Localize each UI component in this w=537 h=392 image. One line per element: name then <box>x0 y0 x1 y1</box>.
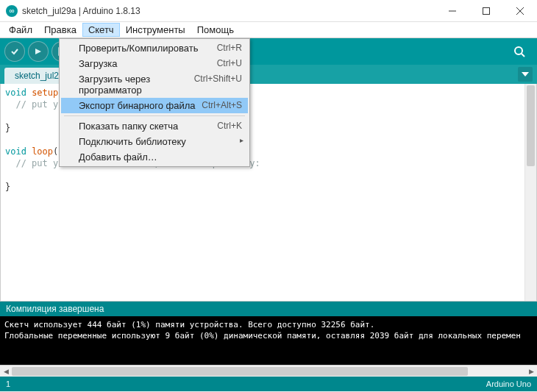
minimize-button[interactable] <box>435 0 469 22</box>
editor-vertical-scrollbar[interactable] <box>524 84 536 301</box>
menu-sketch[interactable]: Скетч <box>82 23 120 37</box>
verify-button[interactable] <box>4 41 25 62</box>
menu-upload-programmer[interactable]: Загрузить через программаторCtrl+Shift+U <box>61 71 248 98</box>
title-bar: sketch_jul29a | Arduino 1.8.13 <box>0 0 537 22</box>
code-function: loop <box>32 146 53 157</box>
upload-button[interactable] <box>28 41 49 62</box>
menu-bar: Файл Правка Скетч Инструменты Помощь <box>0 22 537 38</box>
scroll-right-button[interactable]: ▶ <box>525 366 537 377</box>
maximize-button[interactable] <box>469 0 503 22</box>
svg-point-8 <box>515 47 522 54</box>
svg-line-9 <box>522 54 524 57</box>
console-line: Скетч использует 444 байт (1%) памяти ус… <box>4 320 374 329</box>
scrollbar-track[interactable] <box>12 367 525 376</box>
scrollbar-thumb[interactable] <box>527 85 535 166</box>
console-horizontal-scrollbar[interactable]: ◀ ▶ <box>0 365 537 377</box>
board-name: Arduino Uno <box>486 379 531 388</box>
menu-add-file[interactable]: Добавить файл… <box>61 149 248 165</box>
line-number: 1 <box>6 379 10 388</box>
status-text: Компиляция завершена <box>6 304 104 314</box>
menu-file[interactable]: Файл <box>3 23 38 37</box>
code-function: setup <box>32 88 58 98</box>
console: Скетч использует 444 байт (1%) памяти ус… <box>0 316 537 365</box>
code-comment: // put yo <box>5 99 63 110</box>
app-icon <box>6 5 18 17</box>
menu-tools[interactable]: Инструменты <box>120 23 191 37</box>
svg-rect-1 <box>483 7 490 14</box>
menu-separator <box>64 115 245 116</box>
scroll-left-button[interactable]: ◀ <box>0 366 12 377</box>
menu-upload[interactable]: ЗагрузкаCtrl+U <box>61 56 248 71</box>
console-line: Глобальные переменные используют 9 байт … <box>4 331 521 341</box>
code-keyword: void <box>5 146 26 157</box>
scrollbar-thumb[interactable] <box>12 367 468 376</box>
menu-include-library[interactable]: Подключить библиотеку <box>61 134 248 149</box>
svg-marker-10 <box>522 72 529 76</box>
close-button[interactable] <box>503 0 537 22</box>
window-title: sketch_jul29a | Arduino 1.8.13 <box>22 6 435 16</box>
status-bar: Компиляция завершена <box>0 302 537 316</box>
tab-menu-button[interactable] <box>518 67 533 82</box>
menu-verify-compile[interactable]: Проверить/КомпилироватьCtrl+R <box>61 40 248 56</box>
footer-bar: 1 Arduino Uno <box>0 377 537 391</box>
menu-export-binary[interactable]: Экспорт бинарного файлаCtrl+Alt+S <box>61 98 248 113</box>
menu-edit[interactable]: Правка <box>38 23 82 37</box>
menu-help[interactable]: Помощь <box>191 23 240 37</box>
serial-monitor-button[interactable] <box>509 41 530 62</box>
svg-marker-4 <box>35 49 41 54</box>
code-keyword: void <box>5 88 26 98</box>
menu-show-folder[interactable]: Показать папку скетчаCtrl+K <box>61 118 248 134</box>
sketch-dropdown-menu: Проверить/КомпилироватьCtrl+R ЗагрузкаCt… <box>59 38 250 167</box>
